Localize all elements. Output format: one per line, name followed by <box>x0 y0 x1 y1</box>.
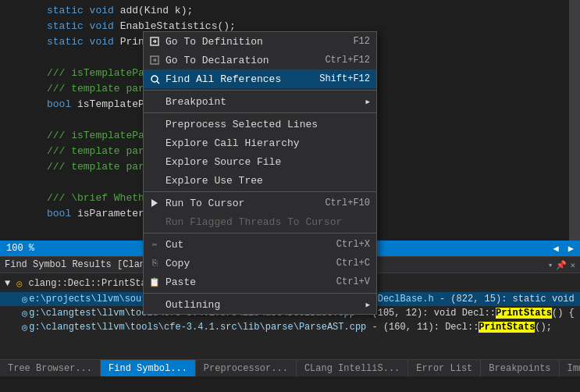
menu-label: Copy <box>165 258 190 269</box>
submenu-arrow <box>366 300 370 309</box>
cut-icon: ✂ <box>147 240 162 250</box>
menu-item-find-all-references[interactable]: Find All References Shift+F12 <box>144 69 376 88</box>
shortcut-copy: Ctrl+C <box>321 258 370 269</box>
scroll-right-btn[interactable]: ▶ <box>568 243 574 255</box>
tab-error-list[interactable]: Error List <box>408 360 481 376</box>
scroll-left-btn[interactable]: ◀ <box>553 243 559 255</box>
panel-controls: ▾ 📌 ✕ <box>548 260 575 270</box>
menu-item-paste[interactable]: 📋 Paste Ctrl+V <box>144 273 376 291</box>
menu-separator <box>144 112 376 113</box>
editor-scrollbar[interactable] <box>569 0 580 241</box>
menu-label: Go To Declaration <box>165 55 269 66</box>
shortcut-paste: Ctrl+V <box>321 276 370 287</box>
goto-definition-icon <box>147 36 162 47</box>
find-symbol-label: Find Symbol Results [Clang] <box>5 259 156 270</box>
tab-breakpoints[interactable]: Breakpoints <box>481 360 559 376</box>
shortcut-goto-decl: Ctrl+F12 <box>309 55 370 66</box>
menu-label: Outlining <box>165 299 220 311</box>
menu-item-explore-call[interactable]: Explore Call Hierarchy <box>144 134 376 152</box>
zoom-level: 100 % <box>6 243 34 254</box>
menu-label: Run To Cursor <box>165 198 244 209</box>
submenu-arrow <box>366 97 370 106</box>
shortcut-goto-def: F12 <box>337 36 370 47</box>
menu-item-explore-use-tree[interactable]: Explore Use Tree <box>144 171 376 190</box>
paste-icon: 📋 <box>147 277 162 287</box>
menu-label: Run Flagged Threads To Cursor <box>165 216 342 228</box>
tab-clang-intellis[interactable]: CLang IntelliS... <box>297 360 408 376</box>
menu-separator <box>144 293 376 294</box>
shortcut-find-refs: Shift+F12 <box>304 73 370 84</box>
tab-tree-browser[interactable]: Tree Browser... <box>0 360 101 376</box>
menu-separator <box>144 90 376 91</box>
tab-preprocessor[interactable]: Preprocessor... <box>196 360 297 376</box>
run-cursor-icon <box>147 198 162 208</box>
svg-line-9 <box>157 81 159 84</box>
menu-item-explore-source[interactable]: Explore Source File <box>144 152 376 171</box>
result-item[interactable]: ◎ g:\clangtest\llvm\tools\cfe-3.4.1.src\… <box>0 320 580 334</box>
svg-point-8 <box>151 76 158 82</box>
tab-find-symbol[interactable]: Find Symbol... <box>101 360 196 376</box>
menu-item-copy[interactable]: ⎘ Copy Ctrl+C <box>144 254 376 273</box>
menu-label: Cut <box>165 239 183 251</box>
tab-immediate-window[interactable]: Immediate Wi... <box>560 360 580 376</box>
menu-item-goto-definition[interactable]: Go To Definition F12 <box>144 32 376 51</box>
svg-marker-10 <box>151 199 158 207</box>
menu-item-goto-declaration[interactable]: Go To Declaration Ctrl+F12 <box>144 51 376 69</box>
menu-label: Go To Definition <box>165 36 263 48</box>
autohide-icon[interactable]: ▾ <box>548 260 553 270</box>
menu-label: Breakpoint <box>165 96 226 108</box>
menu-separator <box>144 191 376 192</box>
menu-label: Paste <box>165 276 196 288</box>
menu-label: Explore Source File <box>165 156 281 168</box>
code-line: static void add(Kind k); <box>0 3 580 19</box>
menu-item-breakpoint[interactable]: Breakpoint <box>144 92 376 111</box>
close-panel-icon[interactable]: ✕ <box>570 260 575 270</box>
find-references-icon <box>147 73 162 84</box>
bottom-tab-bar: Tree Browser... Find Symbol... Preproces… <box>0 359 580 376</box>
copy-icon: ⎘ <box>147 258 162 268</box>
menu-label: Explore Use Tree <box>165 175 263 187</box>
menu-item-outlining[interactable]: Outlining <box>144 295 376 314</box>
menu-separator <box>144 233 376 233</box>
menu-item-run-to-cursor[interactable]: Run To Cursor Ctrl+F10 <box>144 194 376 212</box>
menu-item-run-flagged-threads: Run Flagged Threads To Cursor <box>144 212 376 231</box>
menu-item-preprocess[interactable]: Preprocess Selected Lines <box>144 115 376 134</box>
context-menu: Go To Definition F12 Go To Declaration C… <box>143 31 377 315</box>
menu-label: Preprocess Selected Lines <box>165 119 318 130</box>
menu-label: Explore Call Hierarchy <box>165 137 300 149</box>
shortcut-run-cursor: Ctrl+F10 <box>309 198 370 208</box>
pin-icon[interactable]: 📌 <box>556 260 567 270</box>
menu-label: Find All References <box>165 73 281 85</box>
menu-item-cut[interactable]: ✂ Cut Ctrl+X <box>144 235 376 254</box>
goto-declaration-icon <box>147 55 162 66</box>
shortcut-cut: Ctrl+X <box>321 239 370 250</box>
